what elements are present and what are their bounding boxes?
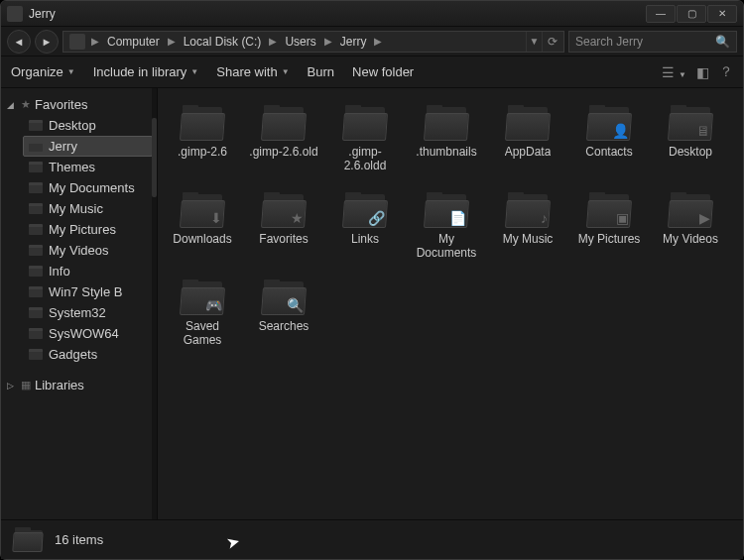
folder-icon: [29, 162, 43, 172]
sidebar-item-my-pictures[interactable]: My Pictures: [1, 219, 157, 240]
sidebar-item-info[interactable]: Info: [1, 261, 157, 281]
folder-item[interactable]: 🖥Desktop: [652, 96, 729, 179]
favorites-list: DesktopJerryThemesMy DocumentsMy MusicMy…: [1, 115, 157, 365]
item-label: AppData: [505, 145, 552, 159]
back-button[interactable]: ◄: [7, 30, 31, 54]
search-input[interactable]: [575, 35, 711, 49]
chevron-right-icon[interactable]: ▶: [372, 36, 384, 47]
app-icon: [7, 6, 23, 22]
chevron-right-icon[interactable]: ▶: [322, 36, 334, 47]
sidebar-item-themes[interactable]: Themes: [1, 157, 157, 177]
sidebar-item-label: Win7 Style B: [49, 284, 122, 299]
titlebar[interactable]: Jerry — ▢ ✕: [1, 1, 743, 27]
folder-icon: [29, 328, 43, 339]
sidebar-item-jerry[interactable]: Jerry: [23, 136, 153, 157]
folder-item[interactable]: 🔗Links: [326, 183, 404, 267]
folder-item[interactable]: .thumbnails: [408, 96, 485, 179]
overlay-icon: ⬇: [210, 210, 222, 226]
folder-item[interactable]: 🔍Searches: [245, 271, 322, 354]
sidebar-item-label: SysWOW64: [49, 326, 119, 341]
folder-icon: [29, 120, 43, 131]
overlay-icon: ★: [291, 210, 304, 226]
folder-icon: [260, 103, 308, 143]
sidebar-item-label: Desktop: [49, 118, 96, 133]
crumb-users[interactable]: Users: [279, 35, 321, 49]
help-button[interactable]: ？: [719, 63, 733, 81]
sidebar-item-my-videos[interactable]: My Videos: [1, 240, 157, 261]
folder-item[interactable]: .gimp-2.6.oldd: [326, 96, 404, 179]
folder-icon: [29, 266, 43, 277]
sidebar-item-syswow64[interactable]: SysWOW64: [1, 323, 157, 344]
search-box[interactable]: 🔍: [568, 31, 737, 53]
crumb-drive[interactable]: Local Disk (C:): [178, 35, 268, 49]
item-label: .gimp-2.6: [178, 145, 227, 159]
item-label: .thumbnails: [416, 145, 476, 159]
folder-item[interactable]: ★Favorites: [245, 183, 322, 267]
overlay-icon: 🔍: [287, 297, 304, 313]
organize-menu[interactable]: Organize▼: [11, 64, 75, 79]
folder-item[interactable]: .gimp-2.6.old: [245, 96, 322, 179]
window-title: Jerry: [29, 7, 646, 21]
minimize-button[interactable]: —: [646, 5, 676, 23]
folder-item[interactable]: 🎮Saved Games: [164, 271, 241, 354]
folder-icon: 🔗: [341, 190, 389, 230]
include-in-library-menu[interactable]: Include in library▼: [93, 64, 199, 79]
items-grid: .gimp-2.6.gimp-2.6.old.gimp-2.6.oldd.thu…: [164, 96, 737, 354]
breadcrumb-dropdown[interactable]: ▼: [526, 32, 542, 52]
folder-item[interactable]: ▶My Videos: [652, 183, 729, 267]
crumb-computer[interactable]: Computer: [101, 35, 166, 49]
maximize-button[interactable]: ▢: [677, 5, 706, 23]
folder-icon: ▶: [667, 190, 714, 230]
breadcrumb[interactable]: ▶ Computer ▶ Local Disk (C:) ▶ Users ▶ J…: [62, 31, 564, 53]
search-icon: 🔍: [715, 35, 730, 49]
folder-item[interactable]: ⬇Downloads: [164, 183, 241, 267]
close-button[interactable]: ✕: [707, 5, 737, 23]
navbar: ◄ ► ▶ Computer ▶ Local Disk (C:) ▶ Users…: [1, 27, 743, 56]
sidebar-item-my-documents[interactable]: My Documents: [1, 177, 157, 198]
folder-item[interactable]: ♪My Music: [489, 183, 566, 267]
overlay-icon: 🔗: [368, 210, 385, 226]
new-folder-button[interactable]: New folder: [352, 64, 414, 79]
sidebar-item-system32[interactable]: System32: [1, 302, 157, 323]
overlay-icon: 👤: [612, 123, 629, 139]
share-label: Share with: [216, 64, 277, 79]
overlay-icon: 🖥: [696, 123, 710, 139]
folder-icon: 👤: [585, 103, 633, 143]
folder-item[interactable]: .gimp-2.6: [164, 96, 241, 179]
sidebar-scrollbar[interactable]: [152, 88, 157, 519]
item-label: My Videos: [663, 232, 718, 246]
chevron-right-icon[interactable]: ▶: [166, 36, 178, 47]
toolbar: Organize▼ Include in library▼ Share with…: [1, 56, 743, 88]
libraries-header[interactable]: ▷ ▦ Libraries: [1, 375, 157, 395]
sidebar-item-desktop[interactable]: Desktop: [1, 115, 157, 136]
content-pane[interactable]: .gimp-2.6.gimp-2.6.old.gimp-2.6.oldd.thu…: [158, 88, 743, 519]
caret-down-icon: ▼: [190, 67, 198, 76]
folder-icon: 📄: [423, 190, 470, 230]
overlay-icon: 🎮: [205, 297, 222, 313]
item-label: Contacts: [585, 145, 632, 159]
refresh-button[interactable]: ⟳: [542, 32, 561, 52]
folder-item[interactable]: 📄My Documents: [408, 183, 485, 267]
library-icon: ▦: [21, 379, 31, 392]
favorites-header[interactable]: ◢ ★ Favorites: [1, 94, 157, 115]
preview-pane-button[interactable]: ◧: [696, 64, 709, 80]
sidebar-item-my-music[interactable]: My Music: [1, 198, 157, 219]
sidebar-item-label: My Pictures: [49, 222, 116, 237]
folder-item[interactable]: AppData: [489, 96, 566, 179]
forward-button[interactable]: ►: [35, 30, 59, 54]
burn-button[interactable]: Burn: [308, 64, 334, 79]
chevron-right-icon[interactable]: ▶: [89, 36, 101, 47]
sidebar-item-label: My Music: [49, 201, 103, 216]
share-with-menu[interactable]: Share with▼: [216, 64, 289, 79]
crumb-jerry[interactable]: Jerry: [334, 35, 373, 49]
folder-item[interactable]: 👤Contacts: [570, 96, 648, 179]
organize-label: Organize: [11, 64, 63, 79]
sidebar-item-label: Info: [49, 264, 70, 279]
sidebar-item-gadgets[interactable]: Gadgets: [1, 344, 157, 365]
folder-icon: [29, 307, 43, 318]
sidebar-scroll-thumb[interactable]: [152, 118, 157, 197]
sidebar-item-win7-style-b[interactable]: Win7 Style B: [1, 281, 157, 302]
chevron-right-icon[interactable]: ▶: [267, 36, 279, 47]
view-options-button[interactable]: ☰ ▼: [662, 64, 686, 80]
folder-item[interactable]: ▣My Pictures: [570, 183, 648, 267]
